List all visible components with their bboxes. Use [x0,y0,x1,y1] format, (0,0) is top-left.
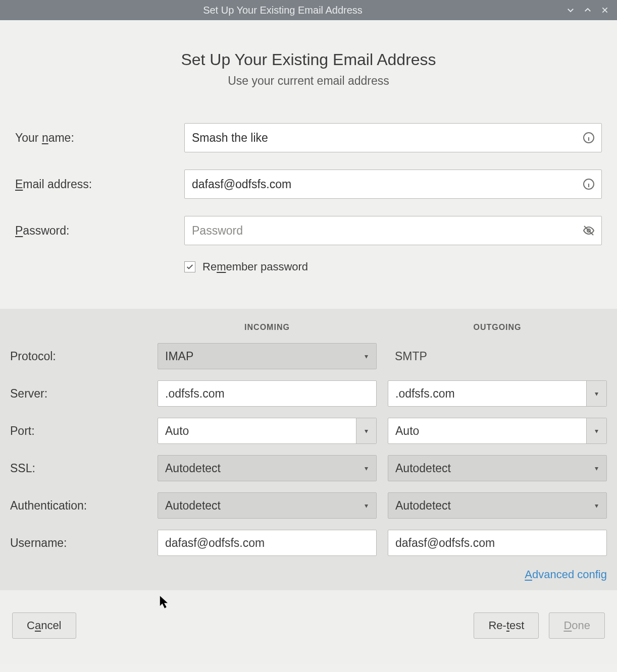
port-label: Port: [10,424,146,438]
email-input[interactable] [184,170,602,199]
email-label: Email address: [15,178,184,191]
retest-button[interactable]: Re-test [474,612,539,639]
incoming-username-input[interactable]: dafasf@odfsfs.com [158,530,377,556]
advanced-config-link[interactable]: Advanced config [525,568,607,581]
incoming-ssl-select[interactable]: Autodetect ▾ [158,455,377,481]
chevron-down-icon: ▾ [586,418,606,443]
minimize-icon[interactable] [563,3,578,17]
page-title: Set Up Your Existing Email Address [15,50,602,69]
name-label: Your name: [15,131,184,145]
chevron-down-icon: ▾ [356,344,376,369]
chevron-down-icon: ▾ [586,381,606,406]
outgoing-username-input[interactable]: dafasf@odfsfs.com [388,530,607,556]
outgoing-auth-select[interactable]: Autodetect ▾ [388,492,607,519]
incoming-server-input[interactable]: .odfsfs.com [158,380,377,407]
cursor-icon [159,595,169,613]
chevron-down-icon: ▾ [356,418,376,443]
info-icon[interactable] [583,178,595,190]
username-label: Username: [10,536,146,550]
server-settings: INCOMING OUTGOING Protocol: IMAP ▾ SMTP … [0,309,617,590]
ssl-label: SSL: [10,462,146,475]
outgoing-protocol-text: SMTP [388,350,607,363]
server-label: Server: [10,387,146,401]
checkbox-icon [184,261,195,272]
chevron-down-icon: ▾ [586,456,606,481]
protocol-label: Protocol: [10,350,146,363]
info-icon[interactable] [583,132,595,144]
chevron-down-icon: ▾ [586,493,606,518]
cancel-button[interactable]: Cancel [12,612,76,639]
outgoing-ssl-select[interactable]: Autodetect ▾ [388,455,607,481]
outgoing-header: OUTGOING [388,323,607,332]
button-bar: Cancel Re-test Done [0,590,617,664]
chevron-down-icon: ▾ [356,456,376,481]
outgoing-server-combo[interactable]: .odfsfs.com ▾ [388,380,607,407]
outgoing-port-combo[interactable]: Auto ▾ [388,418,607,444]
incoming-auth-select[interactable]: Autodetect ▾ [158,492,377,519]
chevron-down-icon: ▾ [356,493,376,518]
name-input[interactable] [184,123,602,152]
maximize-icon[interactable] [581,3,595,17]
page-subtitle: Use your current email address [15,74,602,88]
incoming-protocol-select[interactable]: IMAP ▾ [158,343,377,369]
password-label: Password: [15,224,184,238]
auth-label: Authentication: [10,499,146,513]
account-form: Set Up Your Existing Email Address Use y… [0,20,617,309]
eye-off-icon[interactable] [583,225,595,237]
window-title: Set Up Your Existing Email Address [5,5,560,16]
remember-password-label: Remember password [202,260,308,273]
incoming-port-combo[interactable]: Auto ▾ [158,418,377,444]
incoming-header: INCOMING [158,323,377,332]
titlebar: Set Up Your Existing Email Address [0,0,617,20]
done-button[interactable]: Done [549,612,605,639]
password-input[interactable] [184,216,602,245]
close-icon[interactable] [598,3,612,17]
remember-password-checkbox[interactable]: Remember password [184,260,602,273]
